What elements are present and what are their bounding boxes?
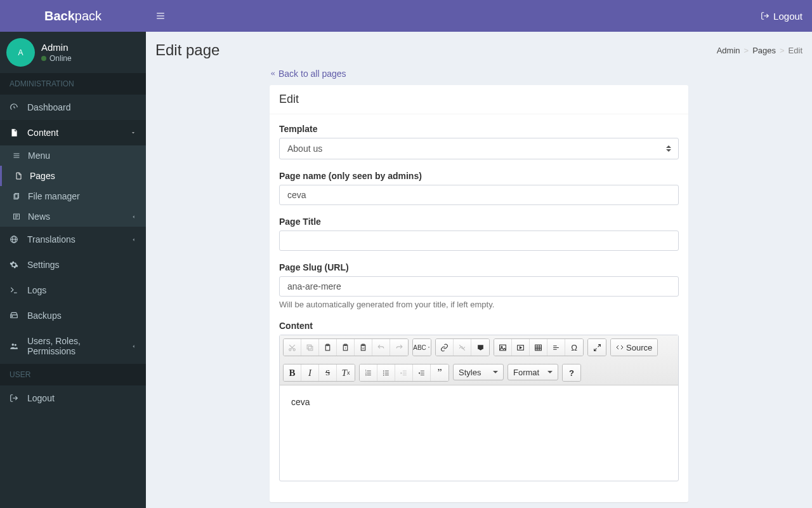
unlink-button[interactable]: [454, 339, 471, 356]
image-button[interactable]: [494, 339, 512, 356]
blockquote-button[interactable]: ”: [431, 364, 449, 381]
terminal-icon: [10, 286, 22, 295]
sidebar-item-settings[interactable]: Settings: [0, 252, 146, 277]
page-slug-input[interactable]: [279, 276, 679, 297]
svg-marker-69: [401, 371, 402, 373]
breadcrumb: Admin Pages Edit: [717, 46, 802, 55]
cut-button[interactable]: [284, 339, 301, 356]
breadcrumb-admin[interactable]: Admin: [717, 46, 740, 55]
back-link-label: Back to all pages: [278, 69, 346, 79]
svg-rect-44: [535, 345, 542, 351]
sidebar-item-dashboard[interactable]: Dashboard: [0, 95, 146, 120]
page-name-label: Page name (only seen by admins): [279, 171, 679, 181]
page-name-input[interactable]: [279, 185, 679, 205]
remove-format-button[interactable]: Tx: [337, 364, 355, 381]
page-slug-help: Will be automatically generated from you…: [279, 300, 679, 309]
svg-rect-66: [403, 370, 407, 371]
svg-text:W: W: [362, 346, 365, 349]
breadcrumb-pages[interactable]: Pages: [752, 46, 776, 55]
bold-button[interactable]: B: [284, 364, 301, 381]
svg-rect-59: [367, 375, 371, 375]
sidebar-item-logout[interactable]: Logout: [0, 385, 146, 411]
files-icon: [13, 192, 24, 200]
svg-line-52: [598, 344, 600, 347]
paste-button[interactable]: [319, 339, 337, 356]
svg-rect-23: [157, 18, 164, 19]
globe-icon: [10, 235, 22, 244]
chevron-left-icon: [131, 237, 136, 243]
editor-content-area[interactable]: ceva: [280, 385, 678, 481]
link-button[interactable]: [436, 339, 454, 356]
sidebar-label-menu: Menu: [28, 150, 50, 161]
sidebar-item-users-roles[interactable]: Users, Roles, Permissions: [0, 328, 146, 364]
avatar[interactable]: A: [6, 38, 35, 67]
sidebar-label-dashboard: Dashboard: [27, 102, 71, 112]
sign-out-icon: [761, 11, 769, 20]
sidebar-item-translations[interactable]: Translations: [0, 227, 146, 252]
embed-button[interactable]: [512, 339, 530, 356]
special-char-button[interactable]: Ω: [565, 339, 583, 356]
svg-rect-67: [403, 372, 407, 373]
maximize-button[interactable]: [588, 339, 606, 356]
styles-label: Styles: [459, 368, 481, 377]
back-to-all-pages-link[interactable]: Back to all pages: [270, 69, 346, 79]
topbar-logout[interactable]: Logout: [761, 11, 802, 22]
about-button[interactable]: ?: [563, 364, 580, 381]
sidebar-item-backups[interactable]: Backups: [0, 303, 146, 328]
sidebar-section-administration: ADMINISTRATION: [0, 73, 146, 95]
breadcrumb-edit: Edit: [789, 46, 802, 55]
hr-button[interactable]: [547, 339, 565, 356]
redo-button[interactable]: [390, 339, 408, 356]
format-dropdown[interactable]: Format: [508, 364, 558, 380]
svg-point-62: [383, 374, 384, 375]
editor-toolbar: T W ABC: [280, 335, 678, 385]
format-label: Format: [513, 368, 539, 377]
spellcheck-button[interactable]: ABC: [413, 339, 431, 356]
svg-rect-63: [385, 370, 389, 371]
sidebar-label-pages: Pages: [30, 171, 55, 181]
sidebar-item-content[interactable]: Content: [0, 120, 146, 145]
brand-logo[interactable]: Backpack: [0, 0, 146, 32]
svg-marker-43: [520, 346, 521, 348]
sidebar-item-pages[interactable]: Pages: [2, 166, 146, 186]
numbered-list-button[interactable]: 123: [360, 364, 377, 381]
rich-text-editor: T W ABC: [279, 335, 679, 481]
status-dot-icon: [41, 56, 46, 61]
strike-button[interactable]: S: [319, 364, 337, 381]
hamburger-toggle[interactable]: [155, 11, 166, 20]
page-title-input[interactable]: [279, 231, 679, 251]
user-status: Online: [41, 54, 72, 63]
sidebar-item-menu[interactable]: Menu: [0, 145, 146, 166]
sidebar-label-backups: Backups: [27, 311, 62, 321]
table-button[interactable]: [530, 339, 547, 356]
svg-point-61: [383, 372, 384, 373]
paste-word-button[interactable]: W: [355, 339, 372, 356]
sidebar-item-file-manager[interactable]: File manager: [0, 186, 146, 206]
hdd-icon: [10, 311, 22, 320]
user-panel: A Admin Online: [0, 32, 146, 73]
sidebar-label-settings: Settings: [27, 260, 60, 270]
outdent-button[interactable]: [395, 364, 413, 381]
paste-text-button[interactable]: T: [337, 339, 355, 356]
chevron-left-icon: [131, 344, 136, 349]
template-label: Template: [279, 124, 679, 134]
svg-point-17: [12, 316, 13, 317]
undo-button[interactable]: [372, 339, 390, 356]
svg-rect-40: [500, 345, 506, 351]
copy-button[interactable]: [301, 339, 319, 356]
source-button[interactable]: Source: [611, 339, 657, 356]
template-select[interactable]: About us: [279, 138, 679, 159]
indent-button[interactable]: [413, 364, 431, 381]
styles-dropdown[interactable]: Styles: [453, 364, 504, 380]
user-status-text: Online: [49, 54, 72, 63]
sidebar-item-news[interactable]: News: [0, 206, 146, 227]
svg-text:3: 3: [365, 373, 367, 376]
chevron-left-icon: [131, 214, 136, 220]
bullet-list-button[interactable]: [377, 364, 395, 381]
sidebar-item-logs[interactable]: Logs: [0, 277, 146, 303]
sidebar-label-translations: Translations: [27, 234, 75, 244]
anchor-button[interactable]: [471, 339, 489, 356]
sidebar-section-user: USER: [0, 364, 146, 385]
sidebar-label-users-roles: Users, Roles, Permissions: [27, 336, 131, 356]
italic-button[interactable]: I: [301, 364, 319, 381]
